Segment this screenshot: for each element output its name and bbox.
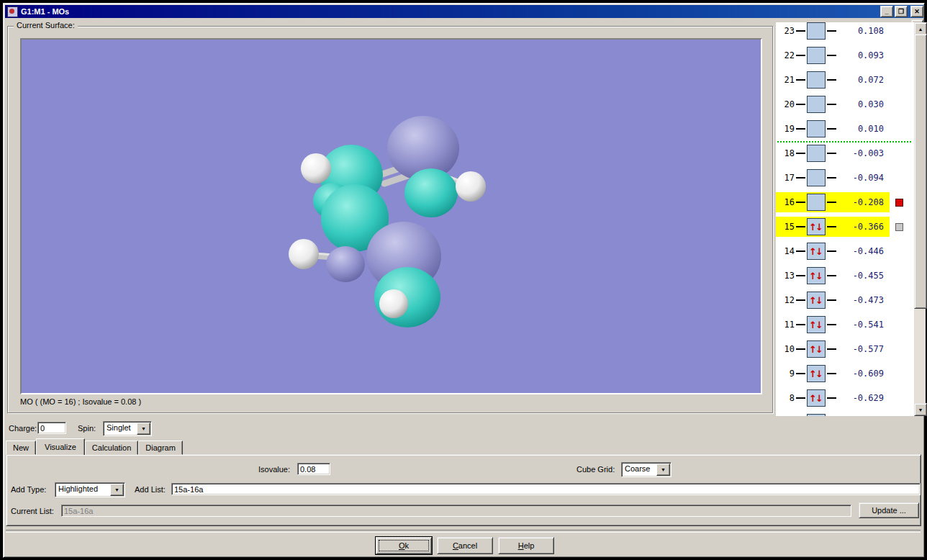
hydrogen-atom — [379, 289, 408, 318]
mo-row-18[interactable]: 18-0.003 — [776, 141, 914, 166]
mo-row-23[interactable]: 230.108 — [776, 22, 914, 43]
chevron-down-icon[interactable]: ▼ — [110, 484, 124, 496]
tab-visualize[interactable]: Visualize — [36, 438, 85, 455]
mo-energy-value: 0.108 — [839, 26, 884, 36]
mo-row-22[interactable]: 220.093 — [776, 43, 914, 68]
mo-level-box[interactable]: ↑↓ — [807, 365, 826, 382]
mo-row-14[interactable]: 14↑↓-0.446 — [776, 239, 914, 263]
mo-row-13[interactable]: 13↑↓-0.455 — [776, 263, 914, 288]
mo-level-box[interactable]: ↑↓ — [807, 316, 826, 333]
mo-row-12[interactable]: 12↑↓-0.473 — [776, 288, 914, 312]
mo-level-box[interactable]: ↑↓ — [807, 389, 826, 407]
mo-level-box[interactable]: ↑↓ — [807, 267, 826, 284]
mo-row-band: 13↑↓-0.455 — [776, 266, 890, 286]
mo-row-band: 8↑↓-0.629 — [776, 388, 890, 408]
ok-button[interactable]: Ok — [376, 537, 432, 554]
mo-line-right — [827, 104, 836, 105]
mo-level-list[interactable]: 230.108220.093210.072200.030190.01018-0.… — [776, 22, 914, 416]
mo-level-box[interactable]: ↑↓ — [807, 243, 826, 260]
spin-value: Singlet — [104, 422, 136, 435]
mo-list-scrollbar[interactable]: ▲ ▼ — [914, 22, 926, 416]
red-marker-icon[interactable] — [895, 199, 903, 207]
tab-new[interactable]: New — [6, 441, 36, 455]
add-type-combobox[interactable]: Highlighted ▼ — [55, 482, 125, 497]
minimize-button[interactable]: _ — [880, 6, 893, 17]
close-button[interactable]: ✕ — [910, 6, 923, 17]
tab-diagram[interactable]: Diagram — [138, 441, 183, 455]
spin-down-arrow-icon: ↓ — [815, 271, 823, 281]
mo-level-box[interactable] — [807, 145, 826, 162]
spin-down-arrow-icon: ↓ — [815, 320, 823, 330]
chevron-down-icon[interactable]: ▼ — [656, 464, 670, 476]
mo-row-band: 15↑↓-0.366 — [776, 217, 890, 237]
mo-row-9[interactable]: 9↑↓-0.609 — [776, 361, 914, 386]
mo-level-rows: 230.108220.093210.072200.030190.01018-0.… — [776, 22, 914, 416]
mo-row-16[interactable]: 16-0.208 — [776, 190, 914, 214]
mo-energy-value: 0.030 — [839, 99, 884, 109]
mo-energy-value: -0.541 — [839, 320, 884, 330]
mo-row-21[interactable]: 210.072 — [776, 68, 914, 92]
title-bar[interactable]: G1:M1 - MOs _ ❐ ✕ — [5, 5, 923, 18]
mo-level-box[interactable]: ↑↓ — [807, 292, 826, 309]
mo-number: 9 — [779, 369, 795, 379]
mo-row-band: ↑↓ — [776, 412, 890, 416]
scroll-down-icon[interactable]: ▼ — [914, 403, 927, 416]
mo-level-box[interactable] — [807, 47, 826, 64]
add-list-input[interactable] — [171, 483, 921, 495]
molecule-orbital-rendering — [22, 40, 761, 393]
mo-row-19[interactable]: 190.010 — [776, 117, 914, 141]
mo-row-20[interactable]: 200.030 — [776, 92, 914, 117]
mo-level-box[interactable]: ↑↓ — [807, 414, 826, 416]
gray-marker-icon[interactable] — [895, 223, 903, 231]
mo-line-right — [827, 373, 836, 374]
mo-level-box[interactable] — [807, 169, 826, 186]
mo-number: 12 — [779, 295, 795, 305]
mo-line-right — [827, 226, 836, 227]
cube-grid-value: Coarse — [622, 463, 656, 477]
mo-number: 20 — [779, 99, 795, 109]
mo-level-box[interactable] — [807, 22, 826, 40]
mo-row-11[interactable]: 11↑↓-0.541 — [776, 312, 914, 337]
mo-level-box[interactable]: ↑↓ — [807, 218, 826, 235]
tab-calculation[interactable]: Calculation — [85, 441, 138, 455]
update-button[interactable]: Update ... — [859, 502, 919, 518]
help-button[interactable]: Help — [498, 537, 554, 554]
spin-down-arrow-icon: ↓ — [815, 394, 823, 403]
mo-number: 18 — [779, 148, 795, 158]
mo-level-box[interactable] — [807, 120, 826, 137]
spin-label: Spin: — [78, 424, 96, 433]
mo-row-15[interactable]: 15↑↓-0.366 — [776, 214, 914, 239]
cancel-button[interactable]: Cancel — [437, 537, 493, 554]
mo-row-partial[interactable]: ↑↓ — [776, 410, 914, 416]
mo-line-left — [796, 30, 805, 32]
mo-energy-value: 0.010 — [839, 124, 884, 134]
mo-line-left — [796, 79, 805, 81]
mo-line-left — [796, 299, 805, 301]
charge-input[interactable] — [37, 422, 66, 434]
molecule-3d-view[interactable] — [20, 38, 762, 394]
mo-line-left — [796, 373, 805, 374]
mo-energy-value: 0.072 — [839, 75, 884, 85]
scrollbar-thumb[interactable] — [914, 34, 927, 309]
cube-grid-combobox[interactable]: Coarse ▼ — [621, 462, 671, 477]
add-list-label: Add List: — [135, 485, 166, 494]
mo-level-box[interactable] — [807, 194, 826, 211]
isovalue-input[interactable] — [297, 463, 330, 475]
mo-row-17[interactable]: 17-0.094 — [776, 166, 914, 190]
hydrogen-atom — [289, 239, 319, 269]
chevron-down-icon[interactable]: ▼ — [137, 423, 150, 435]
mo-level-box[interactable]: ↑↓ — [807, 340, 826, 358]
charge-label: Charge: — [9, 424, 37, 433]
mo-level-box[interactable] — [807, 96, 826, 113]
add-type-label: Add Type: — [11, 485, 46, 494]
spin-down-arrow-icon: ↓ — [815, 369, 823, 379]
restore-button[interactable]: ❐ — [895, 6, 908, 17]
current-list-label: Current List: — [11, 507, 54, 515]
spin-combobox[interactable]: Singlet ▼ — [103, 421, 152, 436]
mo-row-10[interactable]: 10↑↓-0.577 — [776, 337, 914, 361]
mo-line-left — [796, 177, 805, 179]
mo-level-box[interactable] — [807, 71, 826, 89]
mo-energy-value: -0.577 — [839, 344, 884, 354]
mo-row-8[interactable]: 8↑↓-0.629 — [776, 386, 914, 410]
mo-line-right — [827, 324, 836, 325]
